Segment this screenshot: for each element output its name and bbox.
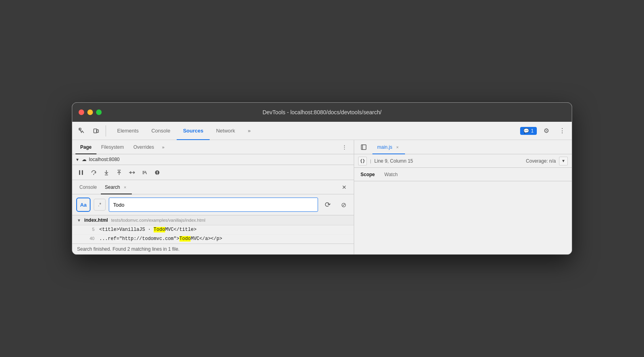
coverage-label: Coverage: n/a — [526, 158, 556, 164]
scope-tab-watch[interactable]: Watch — [383, 172, 399, 177]
result-line-5[interactable]: 5 <title>VanillaJS · TodoMVC</title> — [72, 225, 354, 234]
traffic-lights — [79, 109, 102, 115]
scope-tab-scope[interactable]: Scope — [359, 172, 376, 177]
search-results: ▼ index.html tests/todomvc.com/examples/… — [72, 215, 354, 254]
devtools-main: Elements Console Sources Network » 💬 1 ⚙… — [72, 122, 572, 254]
chat-icon: 💬 — [523, 128, 529, 134]
file-tree-label[interactable]: localhost:8080 — [89, 157, 120, 162]
line-prefix-40: ...ref="http://todomvc.com"> — [99, 236, 179, 242]
step-btn[interactable] — [126, 167, 137, 178]
devtools-window: DevTools - localhost:8080/docs/devtools/… — [72, 102, 572, 255]
result-file-arrow-icon: ▼ — [77, 218, 81, 223]
search-input[interactable] — [109, 198, 318, 212]
device-toolbar-icon[interactable] — [90, 125, 102, 137]
right-panel-content — [354, 181, 572, 254]
sub-tabs-extra: ⋮ — [338, 141, 351, 154]
line-suffix-5: MVC</title> — [165, 227, 197, 232]
svg-rect-3 — [79, 170, 80, 175]
tab-more[interactable]: » — [241, 122, 257, 140]
sub-tab-filesystem[interactable]: Filesystem — [96, 140, 129, 154]
right-panel-tabs: main.js × — [354, 140, 572, 154]
refresh-search-button[interactable]: ⟳ — [321, 198, 334, 211]
bottom-tab-search-label: Search — [105, 184, 120, 190]
line-number-40: 40 — [85, 236, 94, 241]
bottom-tab-console[interactable]: Console — [75, 180, 101, 194]
step-over-btn[interactable] — [88, 167, 99, 178]
right-tab-mainjs-label: main.js — [377, 144, 392, 150]
notifications-badge[interactable]: 💬 1 — [520, 127, 537, 135]
tab-sources[interactable]: Sources — [177, 122, 210, 140]
main-tab-list: Elements Console Sources Network » — [111, 122, 257, 140]
right-scope-tabs: Scope Watch — [354, 168, 572, 181]
bottom-tabs-right: ✕ — [338, 181, 351, 194]
step-into-btn[interactable] — [101, 167, 112, 178]
right-panel-toolbar: {} | Line 9, Column 15 Coverage: n/a ▼ — [354, 154, 572, 168]
maximize-button[interactable] — [96, 109, 102, 115]
right-panel: main.js × {} | Line 9, Column 15 Coverag… — [354, 140, 572, 254]
close-bottom-panel-btn[interactable]: ✕ — [338, 181, 351, 194]
pause-on-exceptions-btn[interactable] — [152, 167, 163, 178]
line-highlight-40: Todo — [179, 236, 191, 242]
content-area: Page Filesystem Overrides » ⋮ ▼ ☁ localh… — [72, 140, 572, 254]
coverage-download-button[interactable]: ▼ — [559, 157, 568, 165]
settings-icon[interactable]: ⚙ — [540, 125, 553, 137]
result-file-header[interactable]: ▼ index.html tests/todomvc.com/examples/… — [72, 215, 354, 225]
debug-toolbar — [72, 165, 354, 180]
svg-rect-4 — [82, 170, 83, 175]
line-prefix-5: <title>VanillaJS · — [99, 227, 154, 232]
result-file-path: tests/todomvc.com/examples/vanillajs/ind… — [111, 218, 205, 223]
svg-rect-2 — [96, 130, 98, 132]
search-area: Aa .* ⟳ ⊘ — [72, 194, 354, 215]
sidebar-toggle-icon[interactable] — [357, 141, 370, 154]
more-options-icon[interactable]: ⋮ — [556, 125, 569, 137]
format-code-button[interactable]: {} — [358, 157, 367, 165]
inspect-element-icon[interactable] — [75, 125, 88, 137]
minimize-button[interactable] — [87, 109, 93, 115]
toolbar-separator: | — [370, 159, 371, 163]
top-tabs-bar: Elements Console Sources Network » 💬 1 ⚙… — [72, 122, 572, 140]
svg-rect-15 — [157, 171, 158, 173]
sub-tab-more[interactable]: » — [159, 145, 168, 150]
bottom-panel-tabs: Console Search × ✕ — [72, 180, 354, 194]
tab-elements[interactable]: Elements — [111, 122, 145, 140]
right-tab-mainjs[interactable]: main.js × — [372, 140, 405, 154]
deactivate-breakpoints-btn[interactable] — [139, 167, 150, 178]
tab-console[interactable]: Console — [145, 122, 177, 140]
search-status-bar: Search finished. Found 2 matching lines … — [72, 244, 354, 254]
line-content-5: <title>VanillaJS · TodoMVC</title> — [99, 227, 197, 232]
cursor-position-label: Line 9, Column 15 — [374, 158, 413, 164]
sub-tab-menu-icon[interactable]: ⋮ — [338, 141, 351, 154]
top-tabs-right: 💬 1 ⚙ ⋮ — [520, 125, 569, 137]
pause-resume-btn[interactable] — [75, 167, 87, 178]
line-number-5: 5 — [85, 227, 94, 232]
result-file-name: index.html — [84, 217, 108, 223]
bottom-tab-console-label: Console — [79, 184, 97, 190]
line-highlight-5: Todo — [154, 227, 165, 232]
top-tabs-left-icons — [75, 125, 108, 137]
search-tab-close-icon[interactable]: × — [122, 184, 128, 190]
bottom-tab-search[interactable]: Search × — [101, 180, 132, 194]
file-tree: ▼ ☁ localhost:8080 — [72, 154, 354, 165]
file-tree-arrow-icon: ▼ — [75, 157, 79, 162]
use-regex-button[interactable]: .* — [94, 199, 106, 211]
svg-rect-17 — [361, 145, 366, 150]
line-suffix-40: MVC</a></p> — [191, 236, 222, 242]
sub-tab-overrides[interactable]: Overrides — [129, 140, 159, 154]
svg-line-13 — [145, 171, 147, 174]
window-title: DevTools - localhost:8080/docs/devtools/… — [262, 109, 382, 115]
clear-search-button[interactable]: ⊘ — [337, 198, 350, 211]
result-line-40[interactable]: 40 ...ref="http://todomvc.com">TodoMVC</… — [72, 234, 354, 244]
mainjs-tab-close-icon[interactable]: × — [395, 144, 400, 150]
cloud-icon: ☁ — [82, 157, 87, 162]
line-content-40: ...ref="http://todomvc.com">TodoMVC</a><… — [99, 236, 222, 242]
match-case-button[interactable]: Aa — [76, 198, 91, 212]
svg-rect-16 — [157, 173, 158, 174]
toolbar-divider — [106, 125, 106, 136]
search-status-text: Search finished. Found 2 matching lines … — [77, 246, 179, 252]
step-out-btn[interactable] — [114, 167, 125, 178]
sub-tab-page[interactable]: Page — [75, 140, 96, 154]
close-button[interactable] — [79, 109, 84, 115]
badge-count: 1 — [531, 128, 534, 134]
left-panel: Page Filesystem Overrides » ⋮ ▼ ☁ localh… — [72, 140, 354, 254]
tab-network[interactable]: Network — [210, 122, 241, 140]
